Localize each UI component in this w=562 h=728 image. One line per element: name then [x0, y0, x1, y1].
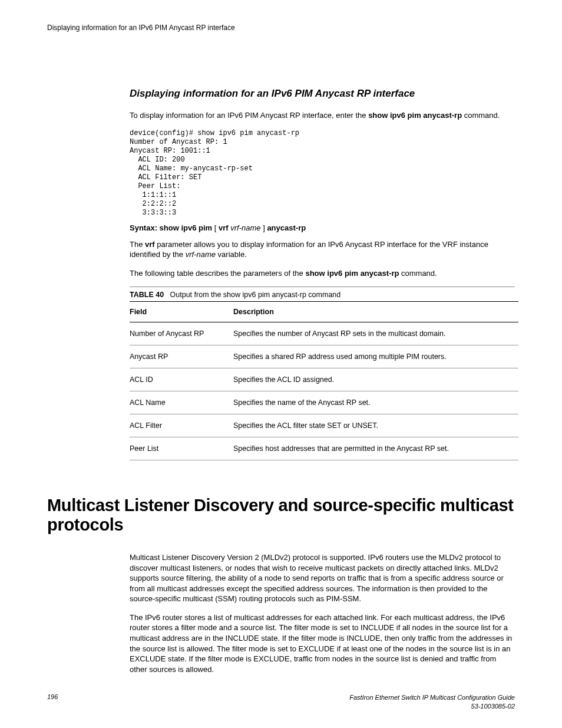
vrf-paragraph: The vrf parameter allows you to display … [130, 239, 515, 279]
mld-paragraph-1: Multicast Listener Discovery Version 2 (… [130, 552, 515, 674]
intro-command: show ipv6 pim anycast-rp [368, 111, 462, 120]
table-intro-cmd: show ipv6 pim anycast-rp [305, 269, 399, 278]
cell-desc: Specifies host addresses that are permit… [233, 437, 518, 460]
cell-field: Number of Anycast RP [130, 322, 233, 345]
table-row: Anycast RP Specifies a shared RP address… [130, 345, 518, 368]
section-title: Displaying information for an IPv6 PIM A… [130, 88, 515, 100]
footer-guide: FastIron Ethernet Switch IP Multicast Co… [349, 694, 515, 701]
intro-paragraph: To display information for an IPv6 PIM A… [130, 110, 515, 121]
table-caption-label: TABLE 40 [130, 291, 164, 299]
th-field: Field [130, 302, 233, 322]
syntax-cmd2: anycast-rp [267, 223, 306, 232]
table-header-row: Field Description [130, 302, 518, 322]
intro-text: To display information for an IPv6 PIM A… [130, 111, 368, 120]
code-block: device(config)# show ipv6 pim anycast-rp… [130, 129, 515, 218]
table-row: Number of Anycast RP Specifies the numbe… [130, 322, 518, 345]
table-caption-text: Output from the show ipv6 pim anycast-rp… [170, 291, 341, 299]
cell-desc: Specifies the name of the Anycast RP set… [233, 391, 518, 414]
cell-desc: Specifies the ACL ID assigned. [233, 368, 518, 391]
page-footer: 196 FastIron Ethernet Switch IP Multicas… [47, 693, 515, 710]
table-row: ACL Name Specifies the name of the Anyca… [130, 391, 518, 414]
cell-field: Anycast RP [130, 345, 233, 368]
chapter-heading: Multicast Listener Discovery and source-… [47, 496, 515, 535]
table-intro-a: The following table describes the parame… [130, 269, 305, 278]
syntax-bracket-close: ] [261, 223, 267, 232]
cell-desc: Specifies the ACL filter state SET or UN… [233, 414, 518, 437]
cell-field: ACL ID [130, 368, 233, 391]
table-row: ACL Filter Specifies the ACL filter stat… [130, 414, 518, 437]
syntax-cmd1: show ipv6 pim [160, 223, 213, 232]
intro-suffix: command. [462, 111, 500, 120]
syntax-vrf: vrf [219, 223, 229, 232]
output-table: Field Description Number of Anycast RP S… [130, 301, 518, 460]
syntax-line: Syntax: show ipv6 pim [ vrf vrf-name ] a… [130, 223, 515, 232]
syntax-label: Syntax: [130, 223, 160, 232]
page-number: 196 [47, 693, 58, 700]
mld-paragraph-2: The IPv6 router stores a list of multica… [130, 612, 515, 674]
footer-docnum: 53-1003085-02 [471, 703, 515, 710]
cell-desc: Specifies the number of Anycast RP sets … [233, 322, 518, 345]
table-row: Peer List Specifies host addresses that … [130, 437, 518, 460]
syntax-vrf-name: vrf-name [230, 223, 260, 232]
table-row: ACL ID Specifies the ACL ID assigned. [130, 368, 518, 391]
th-description: Description [233, 302, 518, 322]
cell-field: ACL Name [130, 391, 233, 414]
cell-field: Peer List [130, 437, 233, 460]
running-header: Displaying information for an IPv6 PIM A… [47, 24, 515, 32]
cell-field: ACL Filter [130, 414, 233, 437]
table-intro-c: command. [399, 269, 437, 278]
footer-right: FastIron Ethernet Switch IP Multicast Co… [349, 693, 515, 710]
document-page: Displaying information for an IPv6 PIM A… [0, 0, 562, 728]
table-caption: TABLE 40 Output from the show ipv6 pim a… [130, 286, 515, 301]
cell-desc: Specifies a shared RP address used among… [233, 345, 518, 368]
syntax-bracket-open: [ [212, 223, 219, 232]
